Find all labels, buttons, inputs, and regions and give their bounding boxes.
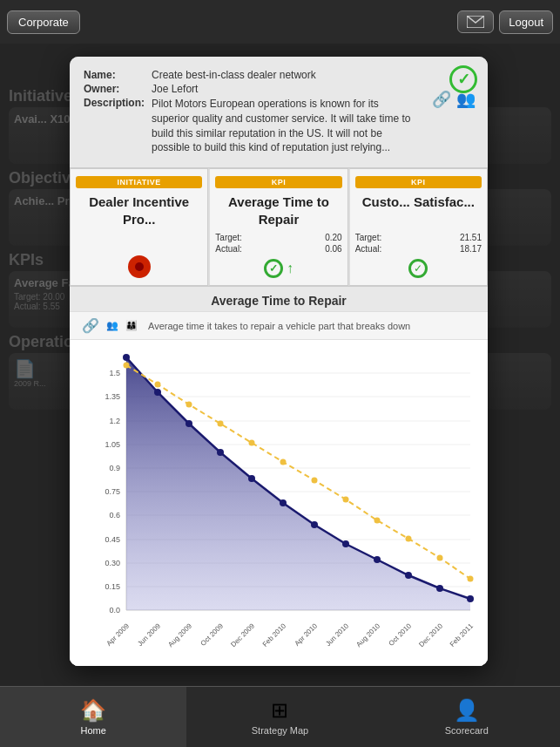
tab-scorecard-label: Scorecard (445, 725, 489, 736)
svg-point-46 (374, 518, 381, 524)
svg-point-44 (312, 478, 318, 484)
svg-point-34 (374, 556, 381, 563)
kpi-arrow-up-1: ↑ (287, 261, 293, 276)
top-bar: Corporate Logout (0, 0, 560, 44)
svg-point-26 (123, 354, 130, 361)
kpi-card-title-2: Custo... Satisfac... (362, 194, 475, 227)
record-button[interactable] (128, 255, 151, 278)
initiative-card-footer (128, 255, 151, 278)
scorecard-icon: 👤 (454, 698, 480, 723)
tab-strategy-label: Strategy Map (252, 725, 308, 736)
svg-point-32 (311, 521, 318, 528)
svg-point-27 (154, 389, 161, 396)
svg-text:0.75: 0.75 (105, 487, 120, 496)
modal-cards-row: INITIATIVE Dealer Incentive Pro... KPI A… (70, 168, 488, 286)
chart-title: Average Time to Repair (70, 287, 488, 312)
tab-scorecard[interactable]: 👤 Scorecard (374, 687, 560, 747)
strategy-map-icon: ⊞ (271, 698, 288, 723)
initiative-card-title: Dealer Incentive Pro... (76, 194, 202, 252)
svg-point-31 (280, 499, 287, 506)
svg-point-35 (405, 572, 412, 579)
target-value-2: 21.51 (460, 233, 482, 242)
logout-button[interactable]: Logout (499, 10, 553, 34)
main-content: Home Initiative Avai... X100 ...or ...ce… (0, 44, 560, 686)
name-value: Create best-in-class dealer network (152, 69, 415, 81)
modal-info-table: Name: Create best-in-class dealer networ… (82, 67, 416, 157)
chart-description-row: 🔗 👥 👨‍👩‍👦 Average time it takes to repai… (70, 312, 488, 340)
modal-card-kpi-repair[interactable]: KPI Average Time to Repair Target: 0.20 … (208, 168, 347, 286)
mail-icon (467, 16, 484, 28)
svg-text:1.5: 1.5 (109, 369, 120, 377)
svg-point-49 (468, 576, 474, 582)
svg-point-37 (467, 595, 474, 602)
svg-point-45 (343, 497, 349, 503)
mail-button[interactable] (457, 10, 494, 33)
svg-text:Jun 2009: Jun 2009 (136, 621, 162, 648)
svg-text:1.2: 1.2 (109, 417, 120, 425)
svg-text:Apr 2010: Apr 2010 (293, 621, 320, 648)
actual-value-2: 18.17 (460, 244, 482, 254)
actual-value-1: 0.06 (325, 244, 341, 254)
actual-label-2: Actual: (355, 244, 382, 254)
modal-header: ✓ 🔗 👥 Name: Create best-in-class dealer … (70, 57, 488, 168)
modal-card-initiative[interactable]: INITIATIVE Dealer Incentive Pro... (70, 168, 208, 286)
svg-point-42 (249, 440, 255, 446)
desc-value: Pilot Motors European operations is know… (152, 97, 415, 155)
svg-text:Apr 2009: Apr 2009 (105, 621, 132, 648)
link-icon[interactable]: 🔗 (432, 90, 451, 109)
kpi-badge-2: KPI (355, 176, 482, 188)
kpi-check-icon-2: ✓ (408, 259, 428, 278)
name-label: Name: (84, 69, 150, 81)
tab-strategy-map[interactable]: ⊞ Strategy Map (186, 687, 373, 747)
target-value-1: 0.20 (325, 233, 341, 242)
svg-text:0.0: 0.0 (109, 606, 120, 615)
kpi-card-title-1: Average Time to Repair (215, 194, 341, 227)
chart-link-icon[interactable]: 🔗 (82, 317, 99, 334)
svg-text:Aug 2010: Aug 2010 (354, 621, 381, 649)
kpi-card-footer-2: ✓ (408, 259, 428, 278)
corporate-button[interactable]: Corporate (7, 10, 80, 34)
svg-point-47 (406, 536, 412, 542)
svg-point-30 (248, 475, 255, 482)
kpi-targets-1: Target: 0.20 Actual: 0.06 (215, 233, 341, 255)
home-icon: 🏠 (80, 698, 106, 723)
kpi-card-footer-1: ✓ ↑ (264, 259, 293, 278)
svg-point-43 (280, 459, 287, 465)
kpi-badge-1: KPI (215, 176, 341, 188)
svg-point-39 (155, 382, 161, 388)
target-label-2: Target: (355, 233, 382, 242)
svg-point-36 (436, 585, 443, 592)
svg-point-41 (218, 421, 224, 427)
modal-chart-section: Average Time to Repair 🔗 👥 👨‍👩‍👦 Average… (70, 286, 488, 666)
svg-text:Feb 2010: Feb 2010 (261, 621, 288, 649)
people-icon[interactable]: 👥 (456, 90, 476, 109)
modal-dialog: ✓ 🔗 👥 Name: Create best-in-class dealer … (70, 57, 488, 666)
tab-home-label: Home (80, 725, 105, 736)
svg-text:Oct 2009: Oct 2009 (199, 621, 226, 648)
chart-desc-group-icon[interactable]: 👨‍👩‍👦 (125, 320, 138, 331)
record-dot (135, 262, 144, 271)
chart-svg: 0.0 0.15 0.30 0.45 0.6 0.75 0.9 1.05 (78, 349, 479, 662)
owner-value: Joe Lefort (152, 83, 415, 95)
svg-text:Dec 2009: Dec 2009 (229, 621, 256, 649)
initiative-badge: INITIATIVE (76, 176, 202, 188)
modal-card-kpi-satisfaction[interactable]: KPI Custo... Satisfac... Target: 21.51 A… (348, 168, 488, 286)
svg-text:1.05: 1.05 (105, 440, 120, 449)
svg-text:0.30: 0.30 (105, 559, 120, 567)
target-label-1: Target: (215, 233, 242, 242)
svg-point-40 (186, 402, 192, 408)
svg-text:Oct 2010: Oct 2010 (388, 621, 414, 648)
svg-text:Jun 2010: Jun 2010 (324, 621, 350, 648)
tab-home[interactable]: 🏠 Home (0, 687, 186, 747)
svg-text:0.6: 0.6 (109, 511, 120, 520)
svg-point-38 (124, 363, 130, 369)
chart-desc-people-icon[interactable]: 👥 (106, 320, 118, 331)
svg-text:0.15: 0.15 (105, 582, 120, 591)
top-right-buttons: Logout (457, 10, 553, 34)
kpi-targets-2: Target: 21.51 Actual: 18.17 (355, 233, 482, 255)
svg-text:Aug 2009: Aug 2009 (166, 621, 193, 649)
svg-point-28 (186, 420, 192, 427)
svg-text:0.9: 0.9 (109, 464, 120, 472)
header-icons-row: 🔗 👥 (432, 90, 476, 109)
svg-point-33 (342, 540, 349, 547)
